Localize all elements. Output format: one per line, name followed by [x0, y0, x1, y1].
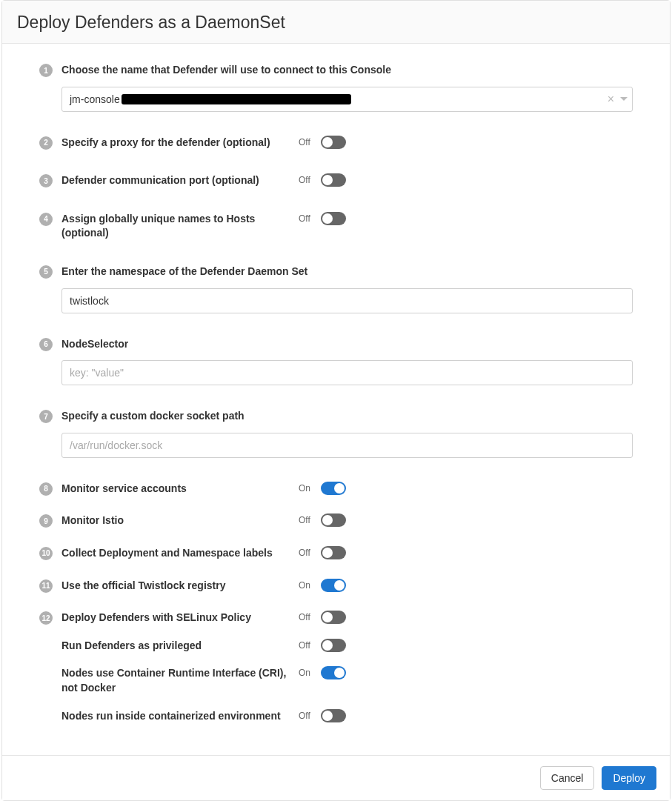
console-name-select[interactable]: jm-console ×: [61, 87, 633, 112]
monitor-istio-toggle[interactable]: [321, 513, 346, 527]
step-number: 11: [39, 579, 53, 593]
step-selinux: 12 Deploy Defenders with SELinux Policy …: [39, 611, 633, 723]
step-number: 2: [39, 136, 53, 150]
toggle-state-label: Off: [299, 515, 313, 525]
sub-label: Nodes run inside containerized environme…: [61, 709, 299, 724]
modal-header: Deploy Defenders as a DaemonSet: [2, 1, 670, 44]
modal-body: 1 Choose the name that Defender will use…: [2, 44, 670, 755]
step-label: Monitor Istio: [61, 513, 299, 528]
sub-label: Run Defenders as privileged: [61, 639, 299, 654]
step-number: 12: [39, 611, 53, 625]
step-number: 4: [39, 213, 53, 226]
unique-names-toggle[interactable]: [321, 212, 346, 225]
step-official-registry: 11 Use the official Twistlock registry O…: [39, 579, 633, 594]
console-name-value: jm-console: [70, 93, 351, 105]
step-monitor-sa: 8 Monitor service accounts On: [39, 482, 633, 496]
step-number: 8: [39, 482, 53, 496]
toggle-state-label: Off: [299, 612, 313, 622]
toggle-state-label: Off: [299, 213, 313, 224]
step-number: 5: [39, 265, 53, 279]
proxy-toggle[interactable]: [321, 136, 346, 149]
cri-toggle[interactable]: [321, 666, 346, 679]
step-number: 7: [39, 410, 53, 423]
step-number: 1: [39, 64, 53, 77]
step-label: NodeSelector: [61, 337, 633, 352]
step-number: 6: [39, 338, 53, 351]
toggle-state-label: On: [299, 668, 313, 678]
sub-label: Nodes use Container Runtime Interface (C…: [61, 666, 299, 695]
step-console-name: 1 Choose the name that Defender will use…: [39, 63, 633, 112]
step-label: Assign globally unique names to Hosts (o…: [61, 212, 299, 241]
comm-port-toggle[interactable]: [321, 173, 346, 187]
toggle-state-label: Off: [299, 548, 313, 558]
containerized-toggle[interactable]: [321, 709, 346, 722]
step-nodeselector: 6 NodeSelector: [39, 337, 633, 386]
step-label: Use the official Twistlock registry: [61, 579, 299, 594]
privileged-toggle[interactable]: [321, 639, 346, 652]
official-registry-toggle[interactable]: [321, 579, 346, 592]
step-label: Defender communication port (optional): [61, 173, 299, 188]
clear-icon[interactable]: ×: [608, 93, 614, 105]
step-number: 10: [39, 547, 53, 560]
toggle-state-label: Off: [299, 175, 313, 185]
modal-title: Deploy Defenders as a DaemonSet: [17, 13, 655, 33]
nodeselector-input[interactable]: [61, 360, 633, 385]
step-label: Monitor service accounts: [61, 482, 299, 496]
sub-containerized: Nodes run inside containerized environme…: [61, 709, 633, 724]
selinux-toggle[interactable]: [321, 611, 346, 624]
step-docker-socket: 7 Specify a custom docker socket path: [39, 409, 633, 458]
step-unique-names: 4 Assign globally unique names to Hosts …: [39, 212, 633, 241]
step-label: Choose the name that Defender will use t…: [61, 63, 633, 78]
monitor-sa-toggle[interactable]: [321, 482, 346, 495]
toggle-state-label: On: [299, 483, 313, 493]
toggle-state-label: Off: [299, 711, 313, 721]
toggle-state-label: Off: [299, 137, 313, 147]
docker-socket-input[interactable]: [61, 433, 633, 458]
step-label: Specify a custom docker socket path: [61, 409, 633, 424]
collect-labels-toggle[interactable]: [321, 546, 346, 559]
redacted-text: [122, 94, 351, 104]
sub-cri: Nodes use Container Runtime Interface (C…: [61, 666, 633, 695]
deploy-daemonset-modal: Deploy Defenders as a DaemonSet 1 Choose…: [1, 0, 671, 801]
step-number: 3: [39, 174, 53, 187]
step-label: Deploy Defenders with SELinux Policy: [61, 611, 299, 625]
sub-privileged: Run Defenders as privileged Off: [61, 639, 633, 654]
deploy-button[interactable]: Deploy: [602, 766, 656, 790]
cancel-button[interactable]: Cancel: [540, 766, 595, 790]
step-collect-labels: 10 Collect Deployment and Namespace labe…: [39, 546, 633, 561]
chevron-down-icon[interactable]: [620, 97, 628, 101]
step-monitor-istio: 9 Monitor Istio Off: [39, 513, 633, 528]
namespace-input[interactable]: [61, 288, 633, 313]
toggle-state-label: Off: [299, 640, 313, 651]
toggle-state-label: On: [299, 580, 313, 591]
step-number: 9: [39, 514, 53, 528]
step-proxy: 2 Specify a proxy for the defender (opti…: [39, 136, 633, 150]
step-label: Enter the namespace of the Defender Daem…: [61, 265, 633, 279]
step-label: Specify a proxy for the defender (option…: [61, 136, 299, 150]
step-namespace: 5 Enter the namespace of the Defender Da…: [39, 265, 633, 313]
step-label: Collect Deployment and Namespace labels: [61, 546, 299, 561]
modal-footer: Cancel Deploy: [2, 755, 670, 800]
step-comm-port: 3 Defender communication port (optional)…: [39, 173, 633, 188]
